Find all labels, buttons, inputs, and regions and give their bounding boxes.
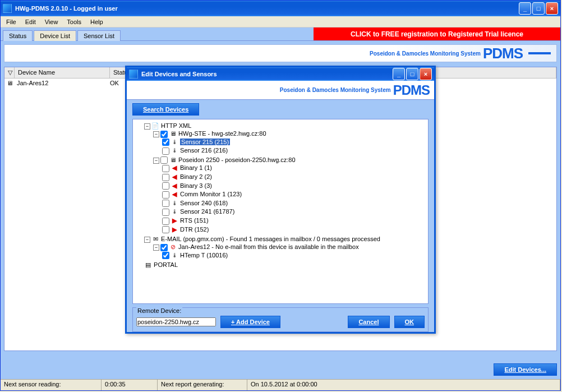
minimize-button[interactable]: _ bbox=[519, 2, 531, 15]
tree-sensor-216[interactable]: 🌡 Sensor 216 (216) bbox=[162, 146, 426, 155]
checkbox-s216[interactable] bbox=[162, 147, 169, 155]
device-tree[interactable]: −📄 HTTP XML −🖥 HWg-STE - hwg-ste2.hwg.cz… bbox=[132, 119, 429, 304]
pdms-subtitle: Poseidon & Damocles Monitoring System bbox=[370, 50, 481, 57]
statusbar: Next sensor reading: 0:00:35 Next report… bbox=[1, 379, 560, 390]
remote-device-input[interactable] bbox=[136, 317, 216, 326]
tree-rts[interactable]: ▶ RTS (151) bbox=[162, 216, 426, 225]
binary-icon: ◀ bbox=[171, 164, 178, 172]
menu-file[interactable]: File bbox=[2, 17, 21, 26]
tree-sensor-215[interactable]: 🌡 Sensor 215 (215) bbox=[162, 138, 426, 147]
checkbox-b2[interactable] bbox=[162, 174, 169, 181]
tree-sensor-241[interactable]: 🌡 Sensor 241 (61787) bbox=[162, 207, 426, 216]
dialog-title: Edit Devices and Sensors bbox=[141, 71, 393, 77]
pdms-dash-icon bbox=[528, 52, 551, 54]
menubar: File Edit View Tools Help bbox=[1, 16, 560, 27]
tab-sensor-list[interactable]: Sensor List bbox=[77, 30, 121, 41]
main-titlebar: HWg-PDMS 2.0.10 - Logged in user _ □ × bbox=[1, 1, 560, 16]
trial-banner[interactable]: CLICK to FREE registration to Registered… bbox=[314, 27, 560, 40]
binary-icon: ◀ bbox=[171, 191, 178, 198]
remote-device-label: Remote Device: bbox=[136, 307, 182, 314]
tree-comm-monitor[interactable]: ◀ Comm Monitor 1 (123) bbox=[162, 190, 426, 199]
ok-button[interactable]: OK bbox=[394, 316, 425, 328]
checkbox-s240[interactable] bbox=[162, 200, 169, 207]
tab-device-list[interactable]: Device List bbox=[34, 30, 76, 41]
collapse-icon[interactable]: − bbox=[144, 123, 150, 130]
tree-binary-3[interactable]: ◀ Binary 3 (3) bbox=[162, 182, 426, 191]
menu-view[interactable]: View bbox=[40, 17, 63, 26]
dialog-titlebar: Edit Devices and Sensors _ □ × bbox=[127, 67, 434, 81]
add-device-button[interactable]: + Add Device bbox=[220, 316, 280, 328]
remote-device-group: Remote Device: + Add Device Cancel OK bbox=[132, 307, 429, 332]
app-icon bbox=[3, 4, 12, 13]
sensor-icon: 🌡 bbox=[171, 208, 178, 215]
checkbox-b3[interactable] bbox=[162, 182, 169, 190]
col-toggle[interactable]: ▽ bbox=[4, 67, 15, 78]
xml-icon: 📄 bbox=[151, 122, 159, 130]
tree-janares[interactable]: −⊘ Jan-Ares12 - No e-mail from this devi… bbox=[153, 243, 426, 260]
checkbox-poseidon[interactable] bbox=[160, 156, 168, 164]
dialog-pdms-subtitle: Poseidon & Damocles Monitoring System bbox=[280, 87, 391, 93]
tree-binary-2[interactable]: ◀ Binary 2 (2) bbox=[162, 173, 426, 182]
maximize-button[interactable]: □ bbox=[532, 2, 545, 15]
dialog-close-button[interactable]: × bbox=[420, 68, 432, 80]
menu-tools[interactable]: Tools bbox=[62, 17, 86, 26]
binary-icon: ◀ bbox=[171, 182, 178, 190]
status-next-sensor-label: Next sensor reading: bbox=[1, 380, 102, 390]
checkbox-rts[interactable] bbox=[162, 218, 169, 225]
sensor-icon: 🌡 bbox=[171, 147, 178, 154]
tree-email[interactable]: −✉ E-MAIL (pop.gmx.com) - Found 1 messag… bbox=[144, 235, 426, 261]
checkbox-cm1[interactable] bbox=[162, 191, 169, 199]
tree-poseidon[interactable]: −🖥 Poseidon 2250 - poseidon-2250.hwg.cz:… bbox=[153, 156, 426, 234]
col-device-name[interactable]: Device Name bbox=[15, 67, 110, 78]
checkbox-dtr[interactable] bbox=[162, 226, 169, 233]
collapse-icon[interactable]: − bbox=[153, 158, 159, 164]
dialog-pdms-header: Poseidon & Damocles Monitoring System PD… bbox=[127, 81, 434, 100]
checkbox-s215[interactable] bbox=[162, 139, 169, 146]
main-window: HWg-PDMS 2.0.10 - Logged in user _ □ × F… bbox=[0, 0, 561, 391]
device-icon: 🖥 bbox=[169, 130, 177, 137]
sensor-icon: 🌡 bbox=[171, 200, 178, 206]
dialog-app-icon bbox=[129, 70, 138, 79]
tree-binary-1[interactable]: ◀ Binary 1 (1) bbox=[162, 164, 426, 173]
portal-icon: ▤ bbox=[144, 261, 152, 269]
checkbox-s241[interactable] bbox=[162, 209, 169, 216]
tree-sensor-240[interactable]: 🌡 Sensor 240 (618) bbox=[162, 199, 426, 208]
email-icon: ✉ bbox=[151, 236, 159, 243]
edit-devices-button[interactable]: Edit Devices... bbox=[494, 363, 557, 376]
menu-edit[interactable]: Edit bbox=[21, 17, 40, 26]
status-next-report-value: On 10.5.2012 at 0:00:00 bbox=[247, 380, 560, 390]
checkbox-hwgste[interactable] bbox=[160, 131, 168, 138]
output-icon: ▶ bbox=[171, 226, 178, 233]
tree-dtr[interactable]: ▶ DTR (152) bbox=[162, 225, 426, 234]
checkbox-htemp[interactable] bbox=[162, 252, 169, 259]
collapse-icon[interactable]: − bbox=[153, 131, 159, 137]
checkbox-b1[interactable] bbox=[162, 165, 169, 172]
tree-hwgste[interactable]: −🖥 HWg-STE - hwg-ste2.hwg.cz:80 🌡 Sensor… bbox=[153, 130, 426, 156]
output-icon: ▶ bbox=[171, 217, 178, 224]
sensor-icon: 🌡 bbox=[171, 252, 178, 259]
menu-help[interactable]: Help bbox=[86, 17, 108, 26]
edit-devices-dialog: Edit Devices and Sensors _ □ × Poseidon … bbox=[125, 66, 436, 334]
tree-portal[interactable]: ▤ PORTAL bbox=[144, 261, 426, 269]
dialog-minimize-button[interactable]: _ bbox=[393, 68, 405, 80]
checkbox-janares[interactable] bbox=[160, 244, 168, 251]
tree-http-xml[interactable]: −📄 HTTP XML −🖥 HWg-STE - hwg-ste2.hwg.cz… bbox=[144, 122, 426, 235]
device-icon: 🖥 bbox=[4, 80, 15, 86]
dialog-pdms-logo: PDMS bbox=[393, 82, 430, 98]
tree-htemp[interactable]: 🌡 HTemp T (10016) bbox=[162, 251, 426, 260]
status-next-sensor-value: 0:00:35 bbox=[102, 380, 158, 390]
device-name-cell: Jan-Ares12 bbox=[15, 80, 110, 86]
dialog-maximize-button[interactable]: □ bbox=[406, 68, 418, 80]
collapse-icon[interactable]: − bbox=[153, 245, 159, 251]
cancel-button[interactable]: Cancel bbox=[348, 316, 389, 328]
close-button[interactable]: × bbox=[546, 2, 558, 15]
tab-status[interactable]: Status bbox=[3, 30, 33, 41]
search-devices-button[interactable]: Search Devices bbox=[132, 103, 199, 116]
tab-row: Status Device List Sensor List CLICK to … bbox=[1, 27, 560, 41]
collapse-icon[interactable]: − bbox=[144, 237, 150, 243]
device-icon: 🖥 bbox=[169, 156, 177, 163]
pdms-logo: PDMS bbox=[483, 45, 523, 62]
sensor-icon: 🌡 bbox=[171, 139, 178, 145]
status-next-report-label: Next report generating: bbox=[158, 380, 247, 390]
error-icon: ⊘ bbox=[169, 243, 177, 251]
